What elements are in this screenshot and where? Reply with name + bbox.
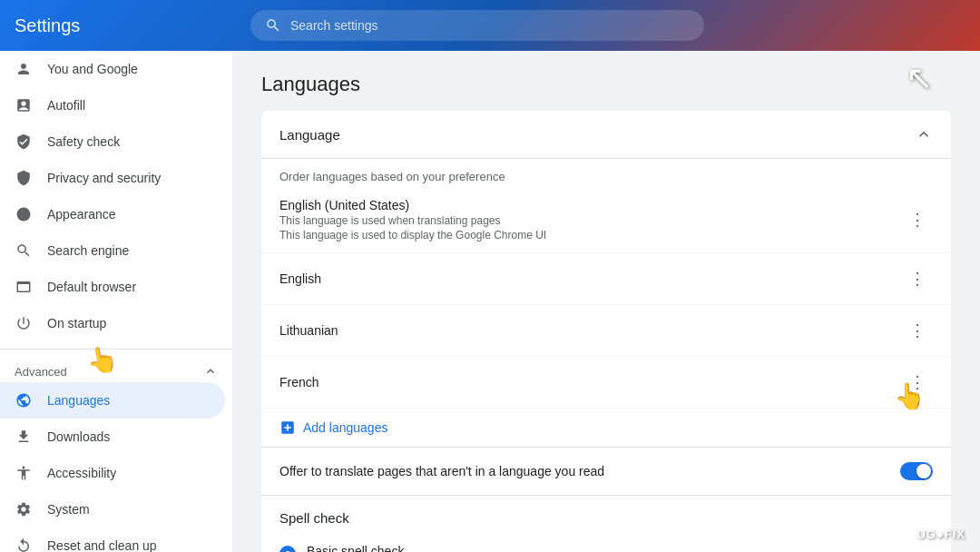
privacy-icon: [15, 169, 33, 187]
search-input[interactable]: [290, 18, 690, 33]
sidebar-label-languages: Languages: [47, 393, 110, 408]
chevron-up-icon-card[interactable]: [915, 125, 933, 143]
language-name-english-us: English (United States): [279, 198, 904, 212]
language-menu-french[interactable]: ⋮: [904, 368, 933, 397]
sidebar-item-search-engine[interactable]: Search engine: [0, 232, 225, 269]
person-icon: [15, 60, 33, 78]
watermark: UG●FIX: [916, 527, 965, 541]
content-area: Languages Language Order languages based…: [232, 51, 980, 552]
language-info-english-us: English (United States) This language is…: [279, 198, 904, 242]
sidebar-item-you-and-google[interactable]: You and Google: [0, 51, 225, 87]
sidebar: You and Google Autofill Safety check Pri…: [0, 51, 232, 552]
download-icon: [15, 428, 33, 446]
search-bar[interactable]: [250, 10, 704, 41]
language-name-english: English: [279, 271, 904, 286]
reset-icon: [15, 537, 33, 552]
sidebar-item-safety-check[interactable]: Safety check: [0, 123, 225, 160]
language-item-french: French ⋮: [261, 357, 951, 409]
add-icon: [279, 419, 296, 436]
accessibility-icon: [15, 464, 33, 482]
sidebar-item-downloads[interactable]: Downloads: [0, 419, 225, 455]
sidebar-item-accessibility[interactable]: Accessibility: [0, 455, 225, 491]
sidebar-label-downloads: Downloads: [47, 429, 110, 444]
browser-icon: [15, 278, 33, 296]
language-card: Language Order languages based on your p…: [261, 111, 951, 552]
basic-spell-check-radio[interactable]: [279, 546, 296, 552]
translate-toggle[interactable]: [900, 462, 933, 480]
svg-point-0: [17, 208, 31, 222]
globe-icon: [15, 391, 33, 409]
language-card-header: Language: [261, 111, 951, 159]
sidebar-divider: [0, 349, 232, 350]
advanced-label: Advanced: [15, 365, 67, 379]
language-desc1-english-us: This language is used when translating p…: [279, 214, 904, 227]
appearance-icon: [15, 205, 33, 223]
advanced-section[interactable]: Advanced: [0, 357, 232, 382]
sidebar-label-reset-cleanup: Reset and clean up: [47, 538, 157, 552]
spell-check-section: Spell check Basic spell check Enhanced s…: [261, 495, 951, 552]
language-info-english: English: [279, 271, 904, 286]
sidebar-item-languages[interactable]: Languages: [0, 382, 225, 419]
autofill-icon: [15, 96, 33, 114]
language-name-lithuanian: Lithuanian: [279, 323, 904, 338]
sidebar-item-appearance[interactable]: Appearance: [0, 196, 225, 232]
sidebar-label-you-and-google: You and Google: [47, 62, 138, 76]
sidebar-item-system[interactable]: System: [0, 491, 225, 527]
shield-icon: [15, 133, 33, 151]
translate-row: Offer to translate pages that aren't in …: [261, 447, 951, 495]
basic-spell-check-option[interactable]: Basic spell check: [279, 537, 933, 552]
sidebar-item-default-browser[interactable]: Default browser: [0, 269, 225, 305]
language-name-french: French: [279, 375, 904, 389]
language-info-french: French: [279, 375, 904, 389]
sidebar-label-privacy: Privacy and security: [47, 171, 161, 185]
sidebar-item-autofill[interactable]: Autofill: [0, 87, 225, 123]
chevron-up-icon: [203, 364, 218, 379]
app-title: Settings: [15, 15, 250, 36]
add-languages-label: Add languages: [303, 420, 387, 435]
spell-check-title: Spell check: [279, 510, 933, 526]
language-info-lithuanian: Lithuanian: [279, 323, 904, 338]
language-menu-lithuanian[interactable]: ⋮: [904, 316, 933, 345]
language-desc2-english-us: This language is used to display the Goo…: [279, 229, 904, 242]
language-menu-english[interactable]: ⋮: [904, 264, 933, 293]
language-header-label: Language: [279, 127, 340, 143]
section-title: Languages: [261, 73, 951, 96]
language-item-english-us: English (United States) This language is…: [261, 187, 951, 253]
sidebar-label-search-engine: Search engine: [47, 243, 129, 258]
search-engine-icon: [15, 242, 33, 260]
header: Settings: [0, 0, 980, 51]
sidebar-item-reset-cleanup[interactable]: Reset and clean up: [0, 527, 225, 552]
sidebar-label-autofill: Autofill: [47, 98, 85, 113]
add-languages-button[interactable]: Add languages: [261, 409, 951, 447]
sidebar-item-on-startup[interactable]: On startup: [0, 305, 225, 341]
sidebar-item-privacy-security[interactable]: Privacy and security: [0, 160, 225, 196]
sidebar-label-default-browser: Default browser: [47, 280, 136, 294]
language-item-lithuanian: Lithuanian ⋮: [261, 305, 951, 357]
system-icon: [15, 500, 33, 518]
search-icon: [265, 17, 281, 34]
sidebar-label-on-startup: On startup: [47, 316, 106, 330]
language-menu-english-us[interactable]: ⋮: [904, 205, 933, 234]
language-item-english: English ⋮: [261, 253, 951, 305]
sidebar-label-safety-check: Safety check: [47, 134, 120, 149]
translate-label: Offer to translate pages that aren't in …: [279, 464, 604, 478]
sidebar-label-accessibility: Accessibility: [47, 466, 116, 480]
sidebar-label-system: System: [47, 502, 90, 517]
language-subheader: Order languages based on your preference: [261, 159, 951, 187]
basic-spell-check-label: Basic spell check: [307, 544, 404, 552]
startup-icon: [15, 314, 33, 332]
sidebar-label-appearance: Appearance: [47, 207, 116, 222]
